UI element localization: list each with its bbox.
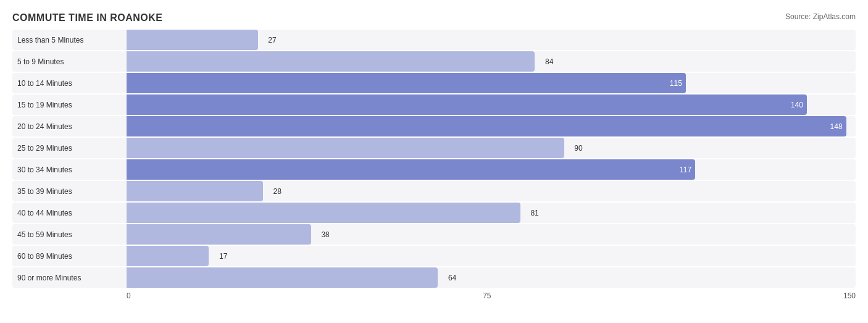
chart-source: Source: ZipAtlas.com (785, 12, 856, 21)
bar-track: 148 (127, 116, 856, 136)
x-axis-label: 0 (127, 292, 131, 300)
bar-row: 90 or more Minutes64 (12, 267, 856, 288)
bar-value: 117 (679, 166, 691, 174)
bar-fill: 38 (127, 224, 311, 245)
bar-fill: 64 (127, 267, 438, 288)
bar-row: 40 to 44 Minutes81 (12, 203, 856, 223)
bar-label: 35 to 39 Minutes (12, 187, 127, 196)
x-axis-label: 150 (843, 292, 856, 300)
bar-fill: 84 (127, 51, 535, 72)
bar-track: 81 (127, 203, 856, 223)
bar-track: 115 (127, 73, 856, 93)
chart-area: Less than 5 Minutes275 to 9 Minutes8410 … (12, 30, 856, 288)
bar-row: 10 to 14 Minutes115 (12, 73, 856, 93)
bar-fill: 17 (127, 246, 209, 266)
bar-row: 60 to 89 Minutes17 (12, 246, 856, 266)
chart-title: COMMUTE TIME IN ROANOKE (12, 12, 163, 23)
bar-value: 27 (268, 36, 276, 44)
bar-label: 10 to 14 Minutes (12, 79, 127, 88)
bar-label: 90 or more Minutes (12, 274, 127, 282)
bar-track: 38 (127, 224, 856, 245)
x-axis-labels: 075150 (127, 292, 856, 300)
bar-track: 28 (127, 181, 856, 201)
bar-label: 60 to 89 Minutes (12, 252, 127, 261)
x-axis-label: 75 (483, 292, 491, 300)
bar-label: Less than 5 Minutes (12, 36, 127, 44)
bar-track: 90 (127, 138, 856, 158)
bar-fill: 90 (127, 138, 564, 158)
chart-header: COMMUTE TIME IN ROANOKE Source: ZipAtlas… (12, 12, 856, 23)
bar-value: 38 (321, 230, 329, 239)
bar-label: 25 to 29 Minutes (12, 144, 127, 153)
bar-value: 148 (830, 122, 843, 131)
bar-fill: 115 (127, 73, 686, 93)
bar-track: 17 (127, 246, 856, 266)
bar-fill: 27 (127, 30, 258, 50)
bar-row: 20 to 24 Minutes148 (12, 116, 856, 136)
bar-value: 115 (670, 79, 682, 88)
bar-label: 40 to 44 Minutes (12, 209, 127, 217)
bar-row: Less than 5 Minutes27 (12, 30, 856, 50)
bar-value: 17 (219, 252, 227, 261)
bar-value: 28 (273, 187, 281, 196)
bar-row: 45 to 59 Minutes38 (12, 224, 856, 245)
bar-fill: 117 (127, 159, 695, 180)
x-axis: 075150 (12, 292, 856, 300)
bar-track: 64 (127, 267, 856, 288)
bar-row: 5 to 9 Minutes84 (12, 51, 856, 72)
bar-row: 15 to 19 Minutes140 (12, 94, 856, 115)
bar-value: 140 (791, 101, 803, 109)
bar-label: 20 to 24 Minutes (12, 122, 127, 131)
bar-fill: 148 (127, 116, 846, 136)
bar-fill: 81 (127, 203, 520, 223)
chart-container: COMMUTE TIME IN ROANOKE Source: ZipAtlas… (0, 0, 868, 323)
bar-fill: 140 (127, 94, 807, 115)
bar-label: 45 to 59 Minutes (12, 230, 127, 239)
bar-track: 117 (127, 159, 856, 180)
chart-body: Less than 5 Minutes275 to 9 Minutes8410 … (12, 30, 856, 282)
bar-track: 140 (127, 94, 856, 115)
bar-value: 84 (545, 57, 553, 66)
bar-fill: 28 (127, 181, 263, 201)
bar-row: 35 to 39 Minutes28 (12, 181, 856, 201)
bar-row: 25 to 29 Minutes90 (12, 138, 856, 158)
bar-label: 5 to 9 Minutes (12, 57, 127, 66)
bar-label: 30 to 34 Minutes (12, 166, 127, 174)
bar-value: 64 (448, 274, 456, 282)
bar-track: 84 (127, 51, 856, 72)
bar-label: 15 to 19 Minutes (12, 101, 127, 109)
bar-row: 30 to 34 Minutes117 (12, 159, 856, 180)
bar-track: 27 (127, 30, 856, 50)
bar-value: 90 (574, 144, 582, 153)
bar-value: 81 (530, 209, 538, 217)
